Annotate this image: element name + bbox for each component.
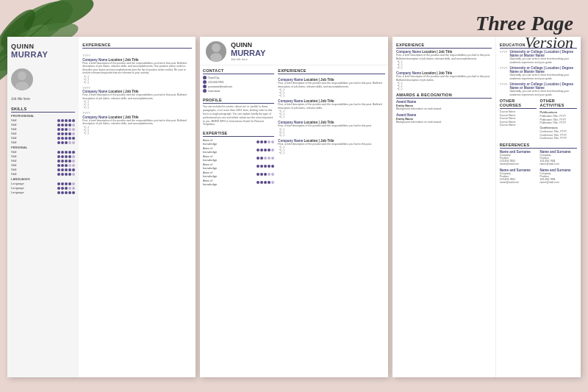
skill-dot: [68, 132, 71, 135]
skill-dot: [65, 182, 68, 185]
courses-column: OTHER COURSES Course NameCourse NameCour…: [500, 99, 537, 140]
skill-row: Skill: [11, 172, 75, 176]
page-title-banner: Three Page Version: [476, 13, 573, 51]
skill-dot: [264, 149, 267, 152]
skill-dot: [68, 191, 71, 194]
page2-avatar: [206, 41, 226, 62]
bullet-item: •(...): [279, 134, 385, 137]
p1-exp-title: EXPERIENCE: [82, 43, 192, 49]
skill-row: Skill: [11, 150, 75, 154]
skill-dot: [68, 151, 71, 154]
location-icon: [203, 76, 207, 79]
email-icon: [203, 85, 207, 88]
social-icon: [203, 89, 207, 93]
resume-page-3: EXPERIENCE Company Name Location | Job T…: [392, 37, 581, 377]
page1-job-title: Job title here: [11, 97, 75, 101]
edu-year: YYYY: [500, 82, 508, 86]
contact-social: /username: [203, 89, 274, 93]
skill-name: Language: [11, 182, 33, 185]
skill-dot: [268, 173, 270, 176]
professional-skills-list: Skill Skill Skill Skill Skill Skill: [11, 118, 75, 144]
skill-dot: [65, 124, 68, 126]
course-item: Course Name: [500, 124, 537, 126]
skill-name: Area of knowledge: [203, 154, 225, 162]
skill-dot: [57, 173, 60, 176]
skill-dot: [72, 119, 75, 122]
page2-first-name: QUINN: [231, 41, 382, 49]
publications-list: Publication Title, YYYYPublication Title…: [539, 115, 577, 124]
references-left: Name and Surname Company Position 123.45…: [500, 150, 537, 187]
page1-name-section: QUINN MURRAY: [11, 43, 75, 59]
skill-row: Skill: [11, 159, 75, 163]
skill-dot: [68, 155, 71, 158]
skill-dot: [257, 165, 259, 168]
courses-list: Course NameCourse NameCourse NameCourse …: [500, 110, 537, 126]
skill-dot: [72, 124, 75, 126]
skill-name: Language: [11, 186, 33, 190]
skill-dot: [72, 191, 75, 194]
page3-right-column: EDUCATION YYYY University or College | L…: [496, 37, 581, 377]
award-entry: Award Name Entity Name Background inform…: [396, 100, 492, 111]
skill-dot: [68, 119, 71, 122]
exp-year: YYYY: [82, 111, 192, 115]
publication-item: Publication Title, YYYY: [539, 115, 577, 118]
other-activities-title: OTHER ACTIVITIES: [539, 99, 577, 109]
contact-phone: 123.456.7891: [203, 80, 274, 84]
course-item: Course Name: [500, 121, 537, 124]
award-desc: Background information on each award.: [396, 121, 492, 124]
skill-dot: [57, 182, 60, 185]
page2-job-title: Job title here: [231, 57, 382, 61]
experience-entry: Company Name Location | Job Title First,…: [278, 139, 385, 155]
svg-point-8: [18, 71, 26, 80]
skill-row: Area of knowledge: [203, 171, 274, 178]
svg-point-11: [210, 53, 222, 62]
ref-email: name@mail.com: [500, 181, 537, 184]
skill-name: Area of knowledge: [203, 146, 225, 154]
ref-email: name@mail.com: [539, 181, 577, 184]
skill-name: Skill: [11, 159, 33, 163]
profile-section: PROFILE You can include the section 'abo…: [203, 98, 274, 126]
skill-dot: [257, 173, 259, 176]
skill-row: Skill: [11, 123, 75, 126]
experience-entry: Company Name Location | Job Title First,…: [396, 50, 492, 69]
skill-row: Skill: [11, 118, 75, 122]
ref-email: name@mail.com: [500, 163, 537, 165]
experience-entry: Company Name Location | Job Title First,…: [278, 121, 385, 137]
awards-list: Award Name Entity Name Background inform…: [396, 100, 492, 124]
contact-social-text: /username: [208, 90, 220, 93]
svg-point-9: [15, 82, 29, 90]
exp-desc: First, a brief description of the positi…: [278, 82, 385, 88]
skill-dot: [72, 141, 75, 144]
skill-row: Skill: [11, 136, 75, 140]
skill-dot: [68, 182, 71, 185]
page1-last-name: MURRAY: [11, 50, 75, 59]
page1-sidebar: QUINN MURRAY Job title here SKILLS PROFE…: [7, 37, 79, 377]
professional-label: PROFESSIONAL: [11, 114, 75, 118]
course-item: Course Name: [500, 110, 537, 113]
skill-dot: [72, 132, 75, 135]
skill-name: Skill: [11, 168, 33, 171]
publication-item: Publication Title, YYYY: [539, 121, 577, 124]
skill-row: Area of knowledge: [203, 163, 274, 170]
skill-dot: [72, 128, 75, 131]
skill-name: Skill: [11, 140, 33, 144]
skill-dot: [72, 168, 75, 171]
skill-dot: [57, 187, 60, 190]
experience-entry: Company Name Location | Job Title First,…: [278, 99, 385, 118]
skill-dot: [271, 140, 274, 143]
skill-dot: [72, 155, 75, 158]
bullet-item: •(...): [279, 94, 385, 97]
contact-email-text: yourname@mail.com: [208, 85, 232, 88]
profile-title: PROFILE: [203, 98, 274, 104]
page1-skills-section: SKILLS PROFESSIONAL Skill Skill Skill Sk…: [11, 107, 75, 195]
education-entry: YYYY University or College | Location | …: [500, 66, 577, 80]
contact-town: Town/City: [203, 76, 274, 79]
skill-dot: [65, 132, 68, 135]
skill-dot: [65, 151, 68, 154]
skill-dot: [68, 164, 71, 167]
title-line1: Three Page: [476, 13, 573, 34]
exp-desc: First, a brief description of the positi…: [82, 119, 192, 126]
contact-email: yourname@mail.com: [203, 85, 274, 88]
p3-experience-list: Company Name Location | Job Title First,…: [396, 50, 492, 90]
skill-name: Skill: [11, 127, 33, 131]
